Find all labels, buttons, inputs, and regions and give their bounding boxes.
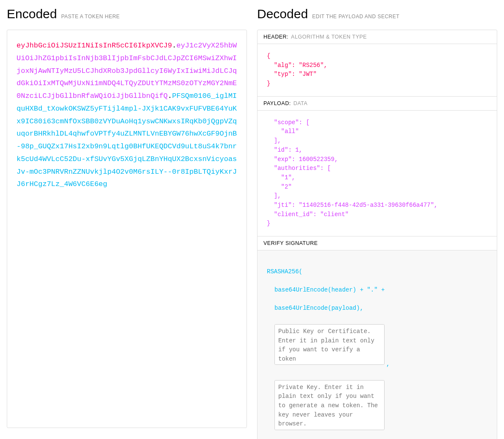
- verify-section-body: RSASHA256( base64UrlEncode(header) + "."…: [258, 250, 497, 439]
- verify-algo-line: RSASHA256(: [267, 267, 487, 277]
- payload-section-body[interactable]: "scope": [ "all" ], "id": 1, "exp": 1600…: [258, 111, 497, 236]
- decoded-title: Decoded: [257, 7, 308, 21]
- payload-section-header: PAYLOAD: DATA: [258, 96, 497, 111]
- payload-section-desc: DATA: [294, 100, 307, 106]
- header-section-header: HEADER: ALGORITHM & TOKEN TYPE: [258, 30, 497, 44]
- encoded-token-input[interactable]: eyJhbGciOiJSUzI1NiIsInR5cCI6IkpXVCJ9.eyJ…: [7, 30, 247, 428]
- verify-comma: ,: [386, 360, 390, 369]
- verify-section-title: VERIFY SIGNATURE: [263, 240, 318, 246]
- verify-section-header: VERIFY SIGNATURE: [258, 236, 497, 250]
- decoded-title-row: Decoded EDIT THE PAYLOAD AND SECRET: [257, 7, 497, 21]
- private-key-input[interactable]: [274, 380, 385, 430]
- header-section-title: HEADER:: [263, 34, 288, 40]
- verify-line1: base64UrlEncode(header) + "." +: [267, 286, 487, 295]
- header-section-desc: ALGORITHM & TOKEN TYPE: [291, 34, 367, 40]
- jwt-debugger-container: Encoded PASTE A TOKEN HERE eyJhbGciOiJSU…: [7, 7, 497, 439]
- decoded-panel: HEADER: ALGORITHM & TOKEN TYPE { "alg": …: [257, 30, 497, 439]
- encoded-column: Encoded PASTE A TOKEN HERE eyJhbGciOiJSU…: [7, 7, 247, 439]
- encoded-subtitle: PASTE A TOKEN HERE: [61, 14, 119, 19]
- jwt-header-segment: eyJhbGciOiJSUzI1NiIsInR5cCI6IkpXVCJ9: [17, 42, 172, 50]
- encoded-title-row: Encoded PASTE A TOKEN HERE: [7, 7, 247, 21]
- jwt-signature-segment: PFSQm0106_iglMIquHXBd_tXowkOKSWZ5yFTijl4…: [17, 92, 237, 188]
- verify-line2: base64UrlEncode(payload),: [267, 304, 487, 313]
- jwt-dot: .: [172, 42, 176, 50]
- jwt-payload-segment: eyJ1c2VyX25hbWUiOiJhZG1pbiIsInNjb3BlIjpb…: [17, 42, 237, 100]
- jwt-dot: .: [168, 92, 172, 100]
- header-section-body[interactable]: { "alg": "RS256", "typ": "JWT" }: [258, 44, 497, 96]
- decoded-subtitle: EDIT THE PAYLOAD AND SECRET: [312, 14, 399, 19]
- decoded-column: Decoded EDIT THE PAYLOAD AND SECRET HEAD…: [257, 7, 497, 439]
- payload-section-title: PAYLOAD:: [263, 100, 291, 106]
- encoded-title: Encoded: [7, 7, 57, 21]
- public-key-input[interactable]: [274, 324, 385, 365]
